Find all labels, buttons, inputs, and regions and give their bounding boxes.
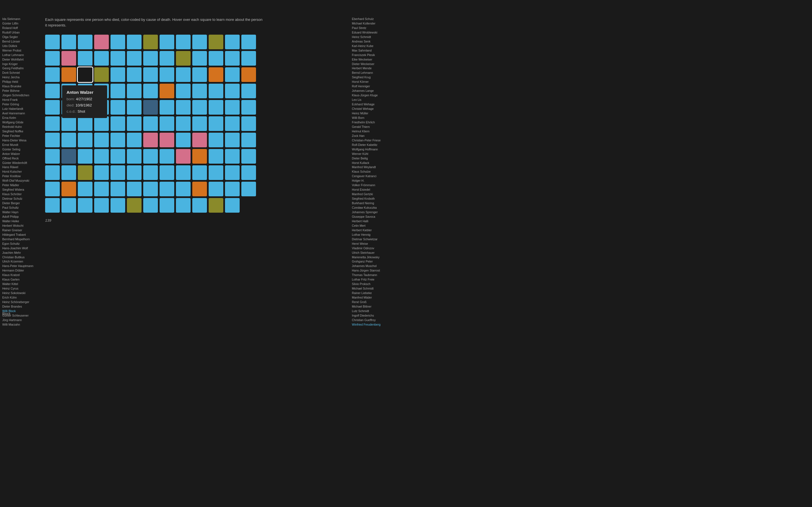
grid-cell[interactable] <box>225 83 240 98</box>
grid-cell[interactable] <box>45 51 60 66</box>
grid-cell[interactable] <box>78 165 93 180</box>
grid-cell[interactable] <box>94 182 109 196</box>
grid-cell[interactable] <box>209 133 223 147</box>
grid-cell[interactable] <box>45 133 60 147</box>
grid-cell[interactable] <box>78 149 93 164</box>
grid-cell[interactable] <box>160 83 174 98</box>
grid-cell[interactable] <box>127 35 142 49</box>
grid-cell[interactable] <box>241 165 256 180</box>
grid-cell[interactable] <box>110 165 125 180</box>
grid-cell[interactable] <box>241 133 256 147</box>
grid-cell[interactable] <box>61 35 76 49</box>
grid-cell[interactable] <box>78 182 93 196</box>
grid-cell[interactable] <box>192 149 207 164</box>
grid-cell[interactable] <box>176 149 191 164</box>
grid-cell[interactable] <box>143 165 158 180</box>
grid-cell[interactable] <box>176 35 191 49</box>
grid-cell[interactable] <box>61 67 76 82</box>
grid-cell[interactable] <box>110 35 125 49</box>
grid-cell[interactable] <box>160 182 174 196</box>
grid-cell[interactable] <box>143 67 158 82</box>
grid-cell[interactable] <box>127 133 142 147</box>
grid-cell[interactable] <box>241 198 256 213</box>
grid-cell[interactable] <box>61 83 76 98</box>
grid-cell[interactable] <box>94 100 109 115</box>
grid-cell[interactable] <box>127 51 142 66</box>
grid-cell[interactable] <box>241 51 256 66</box>
grid-cell[interactable] <box>94 83 109 98</box>
grid-cell[interactable] <box>176 165 191 180</box>
grid-cell[interactable] <box>94 35 109 49</box>
grid-cell[interactable] <box>110 198 125 213</box>
grid-cell[interactable] <box>127 165 142 180</box>
grid-cell[interactable] <box>94 51 109 66</box>
grid-cell[interactable] <box>143 51 158 66</box>
grid-cell[interactable] <box>241 116 256 131</box>
grid-cell[interactable] <box>110 149 125 164</box>
grid-cell[interactable] <box>176 182 191 196</box>
grid-cell[interactable] <box>160 198 174 213</box>
grid-cell[interactable] <box>192 182 207 196</box>
grid-cell[interactable] <box>110 182 125 196</box>
grid-cell[interactable] <box>61 165 76 180</box>
grid-cell[interactable] <box>143 83 158 98</box>
grid-cell[interactable] <box>61 149 76 164</box>
grid-cell[interactable] <box>241 149 256 164</box>
grid-cell[interactable] <box>78 51 93 66</box>
grid-cell[interactable] <box>225 100 240 115</box>
grid-cell[interactable] <box>127 100 142 115</box>
grid-cell[interactable] <box>127 198 142 213</box>
grid-cell[interactable] <box>225 116 240 131</box>
grid-cell[interactable] <box>160 133 174 147</box>
grid-cell[interactable] <box>209 182 223 196</box>
grid-cell[interactable] <box>192 133 207 147</box>
grid-cell[interactable] <box>94 165 109 180</box>
grid-cell[interactable] <box>225 149 240 164</box>
grid-cell[interactable] <box>225 165 240 180</box>
grid-cell[interactable] <box>127 67 142 82</box>
grid-cell[interactable] <box>78 198 93 213</box>
grid-cell[interactable] <box>45 149 60 164</box>
grid-cell[interactable] <box>143 198 158 213</box>
grid-cell[interactable] <box>192 100 207 115</box>
grid-cell[interactable] <box>143 133 158 147</box>
grid-cell[interactable] <box>209 100 223 115</box>
grid-cell[interactable] <box>78 133 93 147</box>
grid-cell[interactable] <box>225 198 240 213</box>
grid-cell[interactable] <box>143 182 158 196</box>
grid-cell[interactable] <box>94 149 109 164</box>
grid-cell[interactable] <box>209 116 223 131</box>
grid-cell[interactable] <box>160 149 174 164</box>
grid-cell[interactable] <box>192 67 207 82</box>
grid-cell[interactable] <box>160 51 174 66</box>
grid-cell[interactable] <box>45 198 60 213</box>
grid-cell[interactable] <box>143 35 158 49</box>
grid-cell[interactable] <box>94 198 109 213</box>
grid-cell[interactable] <box>45 182 60 196</box>
grid-cell[interactable] <box>176 83 191 98</box>
grid-cell[interactable] <box>176 67 191 82</box>
grid-cell[interactable] <box>61 51 76 66</box>
grid-cell[interactable] <box>192 165 207 180</box>
grid-cell[interactable] <box>176 198 191 213</box>
grid-cell[interactable] <box>110 116 125 131</box>
grid-cell[interactable] <box>45 35 60 49</box>
grid-cell[interactable] <box>127 182 142 196</box>
grid-cell[interactable] <box>192 35 207 49</box>
grid-cell[interactable] <box>61 182 76 196</box>
deaths-grid[interactable] <box>45 35 344 213</box>
grid-cell[interactable] <box>160 165 174 180</box>
grid-cell[interactable] <box>45 83 60 98</box>
grid-cell[interactable] <box>160 100 174 115</box>
grid-cell[interactable] <box>78 116 93 131</box>
grid-cell[interactable] <box>176 133 191 147</box>
grid-cell[interactable] <box>45 116 60 131</box>
grid-cell[interactable] <box>61 100 76 115</box>
grid-cell[interactable] <box>192 51 207 66</box>
grid-cell[interactable] <box>225 133 240 147</box>
grid-cell[interactable] <box>209 83 223 98</box>
grid-cell[interactable] <box>110 51 125 66</box>
grid-cell[interactable] <box>143 116 158 131</box>
grid-cell[interactable] <box>127 83 142 98</box>
grid-cell[interactable] <box>225 67 240 82</box>
